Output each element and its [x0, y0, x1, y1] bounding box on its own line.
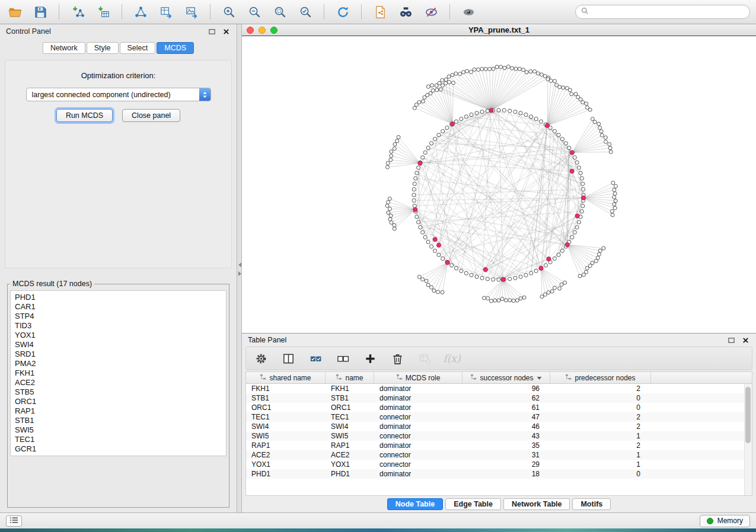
network-graph[interactable] [242, 36, 756, 333]
close-panel-icon[interactable] [221, 27, 231, 36]
panel-splitter[interactable] [237, 24, 242, 512]
table-panel-header: Table Panel [242, 334, 756, 347]
list-icon [9, 517, 18, 525]
mcds-result-item[interactable]: STB5 [15, 387, 222, 397]
refresh-layout-icon[interactable] [334, 3, 352, 21]
find-icon[interactable] [397, 3, 414, 21]
column-header-mcds-role[interactable]: MCDS role [374, 372, 462, 383]
column-header-shared-name[interactable]: shared name [246, 372, 326, 383]
mcds-result-item[interactable]: SWI4 [15, 340, 222, 350]
zoom-fit-icon[interactable] [271, 3, 289, 21]
mcds-result-item[interactable]: RAP1 [15, 406, 222, 416]
export-table-icon[interactable] [157, 3, 175, 21]
show-columns-icon[interactable] [279, 350, 297, 367]
memory-button[interactable]: Memory [700, 515, 750, 527]
mcds-result-item[interactable]: ORC1 [15, 397, 222, 406]
save-session-icon[interactable] [31, 3, 49, 21]
table-row[interactable]: SWI4SWI4dominator462 [246, 422, 752, 431]
table-toolbar: f(x) [245, 347, 752, 370]
column-settings-icon[interactable] [252, 350, 270, 367]
show-hide-details-icon[interactable] [460, 3, 477, 21]
column-dropdown-icon[interactable] [537, 374, 542, 382]
tab-motifs[interactable]: Motifs [572, 498, 611, 510]
tab-node-table[interactable]: Node Table [387, 498, 443, 510]
window-close-button[interactable] [247, 27, 254, 34]
mcds-result-item[interactable]: ACE2 [15, 378, 222, 387]
table-row[interactable]: SWI5SWI5connector431 [246, 431, 752, 441]
task-history-button[interactable] [6, 515, 22, 527]
float-table-panel-icon[interactable] [726, 335, 736, 345]
mcds-result-item[interactable]: TEC1 [15, 435, 222, 444]
sort-icon [336, 374, 342, 382]
table-row[interactable]: YOX1YOX1connector291 [246, 460, 752, 469]
run-mcds-button[interactable]: Run MCDS [56, 109, 113, 122]
float-panel-icon[interactable] [207, 27, 216, 36]
tab-network[interactable]: Network [43, 42, 85, 54]
select-all-icon[interactable] [307, 350, 324, 367]
export-image-icon[interactable] [183, 3, 200, 21]
import-table-file-icon[interactable] [94, 3, 112, 21]
mcds-result-item[interactable]: SWI5 [15, 425, 222, 435]
share-document-icon[interactable] [371, 3, 389, 21]
close-panel-button[interactable]: Close panel [122, 109, 180, 122]
toolbar-separator [210, 4, 210, 20]
table-row[interactable]: FKH1FKH1dominator962 [246, 384, 752, 393]
mcds-result-item[interactable]: CAR1 [15, 302, 222, 312]
mcds-result-item[interactable]: FKH1 [15, 368, 222, 378]
mcds-result-item[interactable]: STP4 [15, 312, 222, 321]
zoom-selected-icon[interactable] [296, 3, 314, 21]
table-row[interactable]: ORC1ORC1dominator610 [246, 403, 752, 412]
open-session-icon[interactable] [6, 3, 24, 21]
table-row[interactable]: TEC1TEC1connector472 [246, 412, 752, 422]
unselect-all-icon[interactable] [334, 350, 352, 367]
scrollbar-thumb[interactable] [745, 387, 751, 443]
network-canvas[interactable] [242, 36, 756, 333]
zoom-out-icon[interactable] [245, 3, 263, 21]
collapse-right-icon[interactable] [238, 271, 241, 276]
column-header-predecessor-nodes[interactable]: predecessor nodes [550, 372, 651, 383]
table-cell: 35 [462, 441, 550, 450]
close-table-panel-icon[interactable] [741, 335, 750, 345]
mcds-result-item[interactable]: YOX1 [15, 331, 222, 340]
tab-style[interactable]: Style [87, 42, 119, 54]
window-minimize-button[interactable] [259, 27, 266, 34]
desktop-wallpaper-strip [0, 528, 756, 532]
table-row[interactable]: STB1STB1dominator620 [246, 393, 752, 403]
table-cell: FKH1 [246, 384, 326, 393]
splitter-collapse-icons[interactable] [238, 262, 241, 276]
mcds-result-item[interactable]: TID3 [15, 321, 222, 331]
mcds-result-item[interactable]: STB1 [15, 416, 222, 425]
window-zoom-button[interactable] [270, 27, 277, 34]
column-header-name[interactable]: name [326, 372, 374, 383]
export-network-icon[interactable] [132, 3, 149, 21]
mcds-result-item[interactable]: GCR1 [15, 444, 222, 454]
sort-icon [470, 374, 477, 382]
table-row[interactable]: PHD1PHD1dominator180 [246, 469, 752, 479]
table-cell: 18 [462, 470, 550, 478]
tab-edge-table[interactable]: Edge Table [445, 498, 501, 510]
search-box[interactable] [575, 5, 750, 19]
optimization-criterion-dropdown[interactable]: largest connected component (undirected) [26, 88, 211, 101]
import-network-file-icon[interactable] [69, 3, 87, 21]
table-cell: STB1 [326, 394, 374, 402]
zoom-in-icon[interactable] [220, 3, 238, 21]
tab-mcds[interactable]: MCDS [157, 42, 194, 54]
mcds-result-item[interactable]: PMA2 [15, 359, 222, 368]
collapse-left-icon[interactable] [238, 262, 241, 267]
search-input[interactable] [592, 7, 744, 17]
delete-selected-icon[interactable] [388, 350, 406, 367]
tab-select[interactable]: Select [120, 42, 156, 54]
table-cell: connector [374, 413, 462, 421]
control-panel-tabs: NetworkStyleSelectMCDS [0, 39, 237, 59]
table-scrollbar[interactable] [744, 384, 752, 495]
tab-network-table[interactable]: Network Table [503, 498, 570, 510]
column-header-successor-nodes[interactable]: successor nodes [462, 372, 550, 383]
table-row[interactable]: ACE2ACE2connector311 [246, 450, 752, 460]
mcds-result-item[interactable]: PHD1 [15, 293, 222, 302]
graphics-details-icon[interactable] [422, 3, 440, 21]
add-column-icon[interactable] [361, 350, 379, 367]
table-row[interactable]: RAP1RAP1dominator352 [246, 441, 752, 450]
optimization-criterion-label: Optimization criterion: [81, 71, 156, 80]
toolbar-separator [324, 4, 324, 20]
mcds-result-item[interactable]: SRD1 [15, 350, 222, 359]
